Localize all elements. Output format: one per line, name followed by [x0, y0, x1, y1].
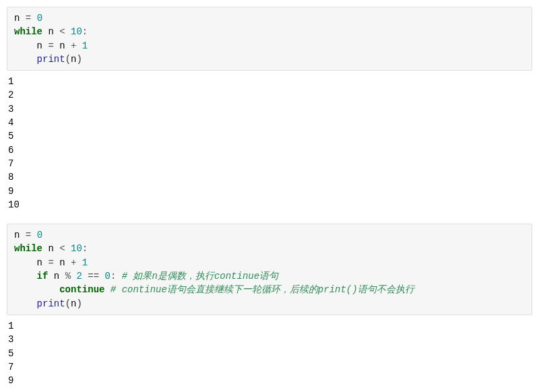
op-assign: = [42, 40, 59, 51]
num-1: 1 [82, 257, 88, 268]
code-block-1: n = 0 while n < 10: n = n + 1 print(n) [7, 7, 532, 71]
code-block-2: n = 0 while n < 10: n = n + 1 if n % 2 =… [7, 224, 532, 315]
kw-if: if [37, 271, 49, 282]
colon: : [82, 26, 88, 37]
kw-continue: continue [59, 284, 104, 295]
num-1: 1 [82, 40, 88, 51]
lparen: ( [65, 298, 71, 309]
op-mod: % [59, 271, 76, 282]
var-n: n [48, 243, 53, 254]
indent [14, 257, 37, 268]
comment: # continue语句会直接继续下一轮循环，后续的print()语句不会执行 [110, 284, 414, 295]
op-lt: < [54, 243, 71, 254]
rparen: ) [76, 54, 82, 65]
op-plus: + [65, 257, 82, 268]
space [48, 271, 53, 282]
var-n: n [59, 257, 65, 268]
kw-while: while [14, 243, 42, 254]
fn-print: print [37, 54, 65, 65]
var-n: n [37, 40, 42, 51]
indent [14, 298, 37, 309]
indent [14, 271, 37, 282]
space [104, 284, 110, 295]
lparen: ( [65, 54, 71, 65]
output-block-2: 1 3 5 7 9 [7, 319, 532, 391]
indent [14, 284, 59, 295]
num-0: 0 [104, 271, 110, 282]
op-eqeq: == [82, 271, 105, 282]
op-lt: < [54, 26, 71, 37]
var-n: n [37, 257, 42, 268]
op-plus: + [65, 40, 82, 51]
num-0: 0 [37, 230, 42, 240]
colon: : [82, 243, 88, 254]
num-10: 10 [71, 243, 82, 254]
num-2: 2 [76, 271, 82, 282]
kw-while: while [14, 26, 42, 37]
space [116, 271, 121, 282]
num-10: 10 [71, 26, 82, 37]
op-assign: = [20, 13, 36, 24]
output-block-1: 1 2 3 4 5 6 7 8 9 10 [7, 75, 532, 216]
var-n: n [59, 40, 65, 51]
fn-print: print [37, 298, 65, 309]
rparen: ) [76, 298, 82, 309]
op-assign: = [20, 230, 36, 240]
comment: # 如果n是偶数，执行continue语句 [122, 271, 278, 282]
indent [14, 40, 37, 51]
indent [14, 54, 37, 65]
op-assign: = [42, 257, 59, 268]
var-n: n [48, 26, 53, 37]
num-0: 0 [37, 13, 42, 24]
var-n: n [54, 271, 59, 282]
